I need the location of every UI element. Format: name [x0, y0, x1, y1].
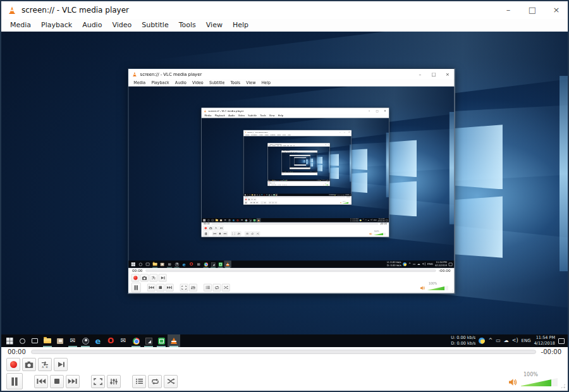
minimize-button[interactable]: – [503, 5, 513, 15]
extended-settings-button[interactable] [107, 375, 121, 388]
stop-button [217, 231, 222, 236]
display-tray-icon: ▭ [338, 195, 338, 196]
pause-button[interactable] [6, 373, 23, 389]
shuffle-icon [275, 202, 276, 203]
title-bar: screen:// - VLC media player – □ × [202, 108, 389, 114]
net-speed-monitor: U: 0.00 kb/s D: 0.00 kb/s [451, 335, 475, 346]
windows-logo-pane-bottom [303, 161, 305, 162]
menu-video: Video [189, 80, 206, 86]
close-button[interactable]: × [551, 5, 561, 15]
snapshot-button [209, 226, 213, 230]
weather-tray-icon [334, 194, 336, 195]
playlist-button [245, 231, 249, 236]
mail-envelope-icon: ✉ [257, 194, 258, 195]
random-button[interactable] [164, 375, 178, 388]
volume-percent: 100% [374, 231, 379, 233]
maximize-button[interactable]: □ [527, 5, 537, 15]
download-speed: D: 0.00 kb/s [451, 341, 475, 346]
download-speed: D: 0.00 kb/s [329, 195, 334, 196]
speaker-icon [369, 233, 372, 235]
menu-video: Video [236, 114, 246, 118]
ab-loop-button: A B [150, 274, 158, 281]
weather-tray-icon [479, 338, 485, 344]
pause-icon [282, 175, 283, 175]
snapshot-button[interactable] [22, 358, 36, 371]
record-button [132, 274, 140, 281]
record-button[interactable] [6, 358, 20, 371]
fullscreen-button [231, 231, 236, 236]
menu-media[interactable]: Media [5, 20, 36, 30]
playback-toolbar [245, 201, 352, 204]
record-toolbar: A B [203, 226, 389, 231]
volume-control[interactable]: 100% [508, 372, 558, 386]
loop-button[interactable] [148, 375, 162, 388]
mail-button: ✉ [166, 260, 173, 268]
wallpaper-light-band [450, 112, 454, 224]
elapsed-time: 00:00 [8, 348, 26, 355]
cortana-button [16, 334, 28, 347]
fullscreen-button[interactable] [91, 375, 105, 388]
previous-button[interactable] [34, 375, 48, 388]
folder-icon [44, 338, 51, 343]
menu-playback[interactable]: Playback [36, 20, 77, 30]
title-bar[interactable]: screen:// - VLC media player – □ × [1, 1, 568, 19]
vlc-cone-taskbar-icon [292, 172, 293, 173]
opera-button: O [188, 260, 195, 268]
previous-icon [36, 378, 46, 384]
vlc-media-player-window: screen:// - VLC media player – □ × Media… [267, 143, 329, 186]
window-title: screen:// - VLC media player [247, 132, 267, 133]
menu-tools[interactable]: Tools [174, 20, 201, 30]
volume-slider[interactable] [521, 378, 558, 386]
record-icon [133, 276, 137, 279]
vlc-cone-icon [8, 6, 16, 15]
remaining-time: -00:00 [439, 269, 451, 273]
message-button: ✉ [240, 218, 244, 223]
stop-button[interactable] [50, 375, 64, 388]
menu-subtitle: Subtitle [247, 114, 259, 118]
ab-loop-button: A B [250, 198, 253, 200]
message-button: ✉ [117, 334, 130, 347]
vlc-media-player-window: screen:// - VLC media player – □ × Media… [290, 155, 310, 169]
menu-audio: Audio [172, 80, 189, 86]
frame-step-icon [220, 227, 223, 230]
previous-button [147, 284, 156, 291]
minimize-button: – [339, 131, 341, 133]
obs-icon [82, 338, 89, 345]
windows-logo-pane-top [303, 160, 305, 161]
obs-icon [228, 219, 231, 221]
action-center-icon [329, 180, 329, 181]
pause-icon [204, 232, 207, 235]
menu-tools: Tools [259, 114, 267, 118]
ab-loop-button[interactable]: A B [38, 358, 52, 371]
cortana-button [137, 260, 144, 268]
frame-step-button [219, 226, 223, 230]
seek-slider[interactable] [31, 350, 536, 354]
fullscreen-icon [181, 286, 187, 290]
windows-logo-pane-bottom [351, 173, 367, 193]
green-app-icon [218, 262, 222, 266]
frame-step-button[interactable] [54, 358, 68, 371]
previous-icon [213, 233, 216, 235]
random-button [292, 174, 293, 175]
message-envelope-icon: ✉ [121, 338, 126, 344]
folder-icon [216, 219, 218, 221]
playback-toolbar [290, 168, 310, 169]
menu-subtitle[interactable]: Subtitle [137, 20, 173, 30]
record-toolbar: A B [245, 198, 352, 200]
extended-settings-button [279, 184, 281, 185]
stop-icon [54, 378, 60, 384]
menu-help[interactable]: Help [228, 20, 254, 30]
menu-view[interactable]: View [201, 20, 228, 30]
nested-vlc-capture: screen:// - VLC media player – □ × Media… [243, 130, 352, 205]
video-area-desktop[interactable]: screen:// - VLC media player – □ × Media… [1, 32, 568, 347]
equalizer-icon [237, 233, 240, 235]
frame-step-icon [57, 361, 65, 368]
next-button[interactable] [66, 375, 80, 388]
playback-toolbar [282, 174, 317, 175]
controls-area: A B [268, 182, 330, 186]
menu-video[interactable]: Video [107, 20, 137, 30]
menu-audio[interactable]: Audio [77, 20, 107, 30]
language-indicator: ENG [374, 219, 377, 221]
volume-control: 100% [369, 231, 386, 235]
playlist-button[interactable] [132, 375, 146, 388]
